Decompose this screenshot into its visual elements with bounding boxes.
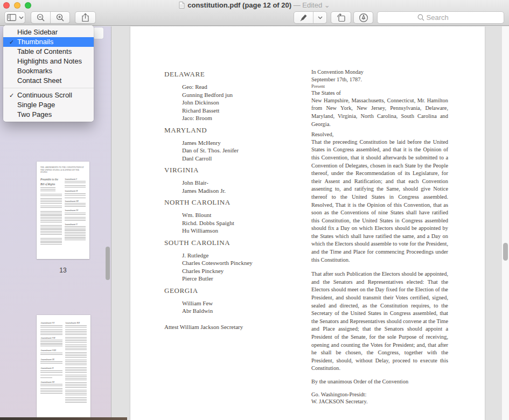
menu-item-continuous-scroll[interactable]: ✓Continuous Scroll: [3, 90, 94, 100]
thumbnail-page-13[interactable]: THE AMENDMENTS TO THE CONSTITUTION OF TH…: [37, 162, 89, 259]
desktop-edge-strip: [0, 417, 127, 420]
resolution-paragraph-1: That the preceeding Constitution be laid…: [311, 138, 448, 264]
delegate-name: Charles Pinckney: [182, 267, 291, 275]
signature-washington: Go. Washington-Presidt:: [311, 391, 448, 398]
highlight-controls: [294, 11, 327, 24]
delegate-name: William Few: [182, 299, 291, 307]
sidebar-icon: [5, 12, 18, 23]
highlight-button[interactable]: [294, 12, 313, 23]
delegate-name: Gunning Bedford jun: [182, 91, 291, 99]
preview-window: constitution.pdf (page 12 of 20) — Edite…: [0, 0, 509, 420]
pdf-resolution-column: In Convention Monday September 17th, 178…: [311, 68, 448, 420]
highlight-chevron-down-icon: [318, 16, 323, 19]
menu-item-hide-sidebar[interactable]: Hide Sidebar: [3, 27, 94, 37]
search-input[interactable]: [427, 13, 464, 22]
state-heading: SOUTH CAROLINA: [164, 238, 291, 247]
main-scrollbar-thumb[interactable]: [503, 243, 508, 261]
thumb14-amendment-7: Amendment VII: [40, 337, 62, 339]
share-icon: [81, 13, 89, 22]
delegate-name: Dan of St. Thos. Jenifer: [182, 146, 291, 155]
delegate-name: Wm. Blount: [182, 211, 291, 219]
delegate-name: Charles Cotesworth Pinckney: [182, 259, 291, 267]
menu-item-two-pages[interactable]: Two Pages: [3, 110, 94, 120]
menu-item-contact-sheet[interactable]: Contact Sheet: [3, 76, 94, 86]
state-heading: NORTH CAROLINA: [164, 198, 291, 207]
pdf-page-12: DELAWARE Geo: Read Gunning Bedford jun J…: [130, 26, 485, 420]
thumb13-preamble-heading2: Bill of Rights: [40, 183, 62, 186]
states-list-paragraph: New Hampshire, Massachusetts, Connecticu…: [311, 97, 448, 128]
delegate-name: J. Rutledge: [182, 251, 291, 260]
delegate-name: Geo: Read: [182, 83, 291, 91]
checkmark-icon: ✓: [9, 37, 17, 47]
delegate-name: Danl Carroll: [182, 155, 291, 163]
window-chrome: constitution.pdf (page 12 of 20) — Edite…: [0, 0, 509, 26]
state-heading: GEORGIA: [164, 286, 291, 295]
thumb13-title-line1: THE AMENDMENTS TO THE CONSTITUTION OF: [40, 166, 86, 169]
highlighter-icon: [299, 13, 308, 22]
sidebar-view-menu: Hide Sidebar ✓Thumbnails Table of Conten…: [3, 25, 94, 122]
zoom-out-icon: [37, 13, 45, 22]
thumb14-amendment-12: Amendment XII: [65, 321, 87, 324]
thumb13-amendment-5: Amendment V: [65, 223, 86, 226]
title-chevron-down-icon[interactable]: ⌄: [324, 1, 330, 9]
menu-item-bookmarks[interactable]: Bookmarks: [3, 66, 94, 76]
menu-separator: [3, 88, 94, 88]
highlight-style-chevron-button[interactable]: [313, 12, 326, 23]
window-title: constitution.pdf (page 12 of 20) — Edite…: [0, 1, 509, 10]
unanimous-order-line: By the unanimous Order of the Convention: [311, 378, 448, 386]
edited-badge: — Edited: [294, 1, 322, 9]
convention-heading-line1: In Convention Monday: [311, 68, 448, 76]
markup-toolbar-button[interactable]: [353, 11, 373, 24]
search-icon: [417, 14, 424, 21]
sidebar-menu-chevron-down-icon: [18, 12, 25, 23]
delegate-name: Abr Baldwin: [182, 307, 291, 315]
delegate-name: Jaco: Broom: [182, 114, 291, 122]
resolution-paragraph-2: That after such Publication the Electors…: [311, 270, 448, 373]
thumbnail-page-14[interactable]: Amendment VI Amendment VII Amendment VII…: [37, 315, 90, 420]
delegate-name: John Blair-: [182, 179, 291, 187]
thumb13-amendment-4: Amendment IV: [65, 209, 86, 212]
present-label: Present: [311, 83, 448, 89]
thumb13-amendment-2: Amendment II: [65, 190, 86, 192]
sidebar-scrollbar-thumb[interactable]: [106, 247, 110, 280]
delegate-name: Pierce Butler: [182, 275, 291, 283]
thumb13-amendment-3: Amendment III: [65, 200, 86, 202]
rotate-button[interactable]: [331, 11, 351, 24]
pdf-viewer-area: DELAWARE Geo: Read Gunning Bedford jun J…: [112, 26, 509, 420]
delegate-name: James Madison Jr.: [182, 187, 291, 195]
selected-thumbnail-peek: [93, 27, 103, 39]
search-field[interactable]: [377, 11, 504, 24]
delegate-name: Hu Williamson: [182, 227, 291, 235]
thumb13-preamble-heading1: Preamble to the: [40, 178, 62, 181]
state-heading: VIRGINIA: [164, 165, 291, 174]
checkmark-icon: ✓: [9, 90, 17, 100]
thumbnail-page-number: 13: [37, 267, 89, 274]
menu-item-table-of-contents[interactable]: Table of Contents: [3, 47, 94, 57]
delegate-name: Richard Bassett: [182, 107, 291, 115]
state-heading: DELAWARE: [164, 69, 291, 79]
share-button[interactable]: [75, 11, 96, 24]
attest-line: Attest William Jackson Secretary: [164, 324, 291, 330]
menu-item-single-page[interactable]: Single Page: [3, 100, 94, 110]
states-of-label: The States of: [311, 89, 448, 97]
menu-item-highlights-and-notes[interactable]: Highlights and Notes: [3, 57, 94, 66]
resolved-label: Resolved,: [311, 131, 448, 138]
sidebar-view-menu-button[interactable]: [4, 11, 25, 24]
thumb13-title-line2: THE UNITED STATES AS RATIFIED BY THE STA…: [40, 169, 86, 174]
thumb14-amendment-11: Amendment XI: [40, 381, 62, 383]
zoom-in-button[interactable]: [50, 12, 69, 23]
zoom-in-icon: [56, 13, 65, 22]
document-proxy-icon: [179, 2, 185, 11]
zoom-out-button[interactable]: [31, 12, 50, 23]
rotate-left-icon: [336, 13, 346, 22]
signature-jackson: W. JACKSON Secretary.: [311, 398, 448, 405]
window-title-text: constitution.pdf (page 12 of 20): [187, 1, 291, 9]
pdf-signatures-column: DELAWARE Geo: Read Gunning Bedford jun J…: [164, 66, 291, 330]
delegate-name: Richd. Dobbs Spaight: [182, 219, 291, 227]
thumb13-amendment-1: Amendment I: [65, 178, 86, 180]
thumb14-amendment-10: Amendment X: [40, 367, 62, 369]
main-scrollbar-track[interactable]: [501, 26, 509, 420]
menu-item-thumbnails[interactable]: ✓Thumbnails: [3, 37, 94, 47]
delegate-name: John Dickinson: [182, 99, 291, 107]
thumb14-amendment-9: Amendment IX: [40, 358, 62, 361]
